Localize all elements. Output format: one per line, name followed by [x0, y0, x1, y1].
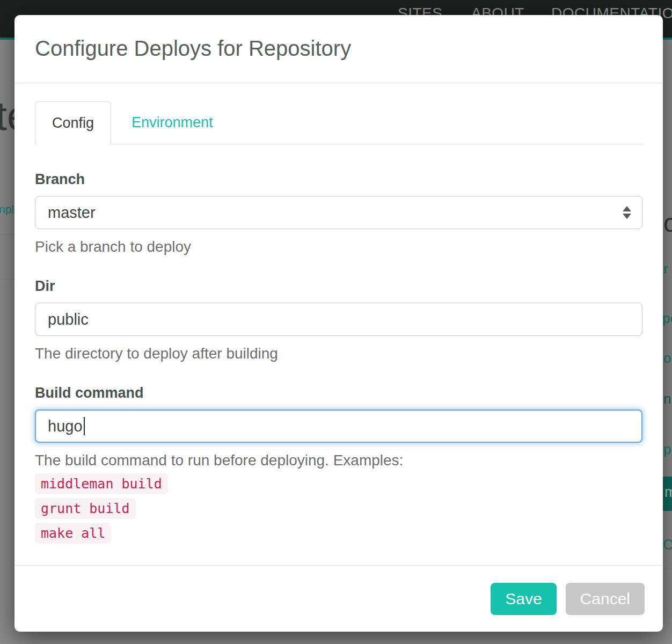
modal-title: Configure Deploys for Repository: [35, 34, 642, 62]
build-examples: middleman build grunt build make all: [35, 473, 642, 544]
modal-body: Config Environment Branch master Pick a …: [14, 101, 663, 544]
arrow-up-icon: [623, 206, 631, 211]
cancel-button[interactable]: Cancel: [566, 583, 645, 615]
build-command-value: hugo: [48, 418, 83, 435]
tab-config[interactable]: Config: [35, 101, 111, 144]
build-command-label: Build command: [35, 384, 642, 402]
build-command-input[interactable]: hugo: [35, 409, 642, 443]
branch-help-text: Pick a branch to deploy: [35, 238, 642, 255]
screen: SITES ABOUT DOCUMENTATION te npla o r po…: [0, 0, 672, 644]
tab-environment[interactable]: Environment: [115, 101, 229, 144]
build-help-text: The build command to run before deployin…: [35, 451, 642, 469]
dir-input[interactable]: [35, 303, 642, 336]
text-cursor: [84, 417, 85, 435]
code-example: middleman build: [35, 473, 168, 494]
branch-select[interactable]: master: [35, 196, 642, 229]
code-example: make all: [35, 523, 111, 544]
save-button[interactable]: Save: [491, 583, 556, 615]
tab-bar: Config Environment: [35, 101, 642, 144]
code-example: grunt build: [35, 498, 136, 519]
dir-label: Dir: [35, 277, 642, 295]
dir-help-text: The directory to deploy after building: [35, 345, 642, 362]
configure-deploys-modal: Configure Deploys for Repository Config …: [14, 15, 663, 632]
select-spinner-icon: [623, 206, 631, 219]
branch-select-value: master: [48, 204, 96, 222]
arrow-down-icon: [623, 214, 631, 219]
branch-label: Branch: [35, 171, 642, 188]
modal-header: Configure Deploys for Repository: [14, 15, 663, 83]
modal-footer: Save Cancel: [14, 565, 663, 632]
